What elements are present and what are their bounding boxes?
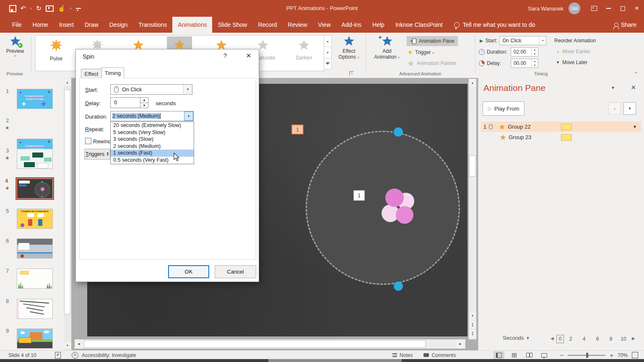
timeline-scroll-left-icon[interactable]: ◀ bbox=[551, 336, 554, 341]
delay-spinner[interactable]: ▲ ▼ bbox=[140, 97, 148, 108]
animation-dialog-launcher-icon[interactable] bbox=[349, 71, 354, 76]
trigger-button[interactable]: Trigger ˅ bbox=[408, 48, 434, 57]
gallery-scroll-up-icon[interactable]: ▲ bbox=[324, 35, 332, 47]
gallery-more-icon[interactable]: ▼ bbox=[324, 58, 332, 70]
click-sequence-badge[interactable]: 1 bbox=[291, 124, 304, 134]
thumb-scroll-up-icon[interactable]: ▲ bbox=[64, 79, 71, 85]
triggers-button[interactable]: Triggers ▼▼ bbox=[84, 149, 110, 160]
duration-option[interactable]: 5 seconds (Very Slow) bbox=[111, 129, 194, 136]
effect-options-button[interactable]: Effect Options ˅ bbox=[334, 35, 364, 60]
user-name[interactable]: Sara Wanasek bbox=[528, 5, 564, 12]
slide-sorter-view-button[interactable] bbox=[509, 351, 519, 359]
slide-scroll-left-icon[interactable]: ◀ bbox=[75, 339, 83, 349]
tab-slide-show[interactable]: Slide Show bbox=[212, 17, 252, 33]
animation-row-group-23[interactable]: Group 23 bbox=[481, 132, 641, 142]
gallery-scroll-down-icon[interactable]: ▼ bbox=[324, 47, 332, 58]
reading-view-button[interactable] bbox=[524, 351, 535, 359]
animation-pane-button[interactable]: Animation Pane bbox=[407, 36, 458, 46]
tab-animations[interactable]: Animations bbox=[172, 17, 212, 33]
duration-combo[interactable]: 2 seconds (Medium) ▼ bbox=[110, 111, 194, 121]
tab-effect[interactable]: Effect bbox=[81, 69, 102, 78]
slide-thumbnail-3[interactable] bbox=[17, 149, 53, 169]
next-slide-icon[interactable]: ▼▼ bbox=[469, 330, 476, 338]
cancel-button[interactable]: Cancel bbox=[215, 265, 256, 278]
ribbon-start-combo[interactable]: On Click ▼ bbox=[499, 36, 546, 45]
tab-transitions[interactable]: Transitions bbox=[133, 17, 172, 33]
tab-home[interactable]: Home bbox=[27, 17, 54, 33]
zoom-slider-thumb[interactable] bbox=[586, 353, 588, 358]
animation-order-badge[interactable]: 1 bbox=[353, 190, 365, 201]
ribbon-delay-spinner[interactable]: 00.00 ▲▼ bbox=[511, 59, 538, 68]
share-button[interactable]: Share bbox=[614, 17, 636, 33]
start-combo-dropdown-icon[interactable]: ▼ bbox=[539, 36, 546, 45]
timeline-bar[interactable] bbox=[561, 124, 572, 130]
start-combo-dropdown-icon[interactable]: ▼ bbox=[183, 85, 192, 94]
slide-thumbnail-1[interactable]: ⚙ POWERPOINT ANIMATIONS bbox=[17, 89, 53, 109]
dialog-close-icon[interactable]: ✕ bbox=[243, 52, 254, 59]
slide-thumbnail-6[interactable] bbox=[17, 238, 53, 259]
tab-timing[interactable]: Timing bbox=[101, 67, 124, 78]
duration-option[interactable]: 0.5 seconds (Very Fast) bbox=[111, 157, 194, 164]
slide-scroll-up-icon[interactable]: ▲ bbox=[469, 79, 476, 86]
tab-record[interactable]: Record bbox=[252, 17, 282, 33]
delay-field[interactable]: 0 bbox=[110, 97, 140, 108]
ribbon-duration-spinner[interactable]: 02.00 ▲▼ bbox=[511, 47, 538, 57]
slide-scroll-right-icon[interactable]: ▶ bbox=[456, 339, 465, 349]
slideshow-view-button[interactable] bbox=[539, 351, 550, 359]
slide-thumbnail-5[interactable]: Complete the Conversation bbox=[17, 209, 53, 229]
tab-review[interactable]: Review bbox=[283, 17, 313, 33]
tab-inknoe-classpoint[interactable]: Inknoe ClassPoint bbox=[390, 17, 448, 33]
duration-combo-dropdown-icon[interactable]: ▼ bbox=[184, 111, 193, 121]
minimize-button[interactable] bbox=[601, 0, 615, 17]
animation-painter-button[interactable]: Animation Painter bbox=[408, 59, 457, 68]
tab-draw[interactable]: Draw bbox=[79, 17, 104, 33]
avatar[interactable]: SW bbox=[569, 3, 580, 14]
tab-add-ins[interactable]: Add-ins bbox=[336, 17, 367, 33]
duration-spinner-arrows[interactable]: ▲▼ bbox=[531, 48, 538, 56]
thumb-scroll-down-icon[interactable]: ▼ bbox=[64, 342, 71, 349]
duration-option[interactable]: 2 seconds (Medium) bbox=[111, 143, 194, 150]
delay-spin-up-icon[interactable]: ▲ bbox=[140, 98, 148, 103]
move-later-button[interactable]: ▼ Move Later bbox=[556, 59, 587, 65]
normal-view-button[interactable] bbox=[493, 351, 504, 359]
slide-hscroll-thumb[interactable] bbox=[84, 340, 426, 348]
ok-button[interactable]: OK bbox=[168, 265, 209, 278]
duration-option[interactable]: 3 seconds (Slow) bbox=[111, 136, 194, 143]
notes-button[interactable]: Notes bbox=[392, 352, 413, 358]
delay-spinner-arrows[interactable]: ▲▼ bbox=[531, 59, 538, 67]
pane-move-up-button[interactable]: ▲ bbox=[608, 102, 621, 115]
tab-help[interactable]: Help bbox=[367, 17, 390, 33]
pane-close-icon[interactable]: ✕ bbox=[631, 84, 636, 91]
previous-slide-icon[interactable]: ▲▲ bbox=[469, 321, 476, 328]
add-animation-button[interactable]: + Add Animation ˅ bbox=[371, 35, 402, 60]
blue-dot-top[interactable] bbox=[394, 127, 403, 137]
pink-circle-bright-top[interactable] bbox=[385, 189, 404, 207]
start-combo[interactable]: On Click ▼ bbox=[110, 84, 192, 95]
comments-button[interactable]: Comments bbox=[423, 352, 456, 358]
seconds-dropdown[interactable]: Seconds ▼ bbox=[503, 335, 530, 341]
zoom-level[interactable]: 70% bbox=[618, 352, 628, 358]
slide-thumbnail-7[interactable] bbox=[17, 269, 53, 289]
collapse-ribbon-icon[interactable]: ⌃ bbox=[634, 71, 638, 77]
pink-circle-bright-bottom[interactable] bbox=[396, 206, 413, 224]
dialog-help-icon[interactable]: ? bbox=[219, 52, 231, 59]
play-from-button[interactable]: ▷ Play From bbox=[483, 101, 525, 116]
slide-scroll-down-icon[interactable]: ▼ bbox=[469, 312, 476, 319]
restore-button[interactable] bbox=[615, 0, 630, 17]
animation-row-group-22[interactable]: 1 Group 22 ▼ bbox=[481, 122, 641, 132]
slide-thumbnail-9[interactable] bbox=[17, 328, 53, 349]
gallery-item-darken[interactable]: Darken bbox=[284, 39, 324, 61]
spellcheck-icon[interactable]: ✗ bbox=[55, 352, 61, 359]
rewind-checkbox[interactable] bbox=[85, 138, 91, 144]
tab-file[interactable]: File bbox=[7, 17, 27, 33]
row-dropdown-chevron-icon[interactable]: ▼ bbox=[633, 124, 637, 129]
fit-slide-to-window-icon[interactable] bbox=[632, 352, 638, 358]
move-earlier-button[interactable]: ▲ Move Earlier bbox=[556, 49, 590, 54]
tab-view[interactable]: View bbox=[313, 17, 336, 33]
timeline-scale[interactable]: 0 2 4 6 8 10 bbox=[556, 334, 631, 344]
thumb-scroll-thumb[interactable] bbox=[64, 90, 70, 314]
timeline-bar[interactable] bbox=[561, 134, 572, 141]
blue-dot-bottom[interactable] bbox=[394, 282, 403, 291]
slide-thumbnail-4[interactable] bbox=[17, 178, 53, 199]
tab-insert[interactable]: Insert bbox=[54, 17, 79, 33]
